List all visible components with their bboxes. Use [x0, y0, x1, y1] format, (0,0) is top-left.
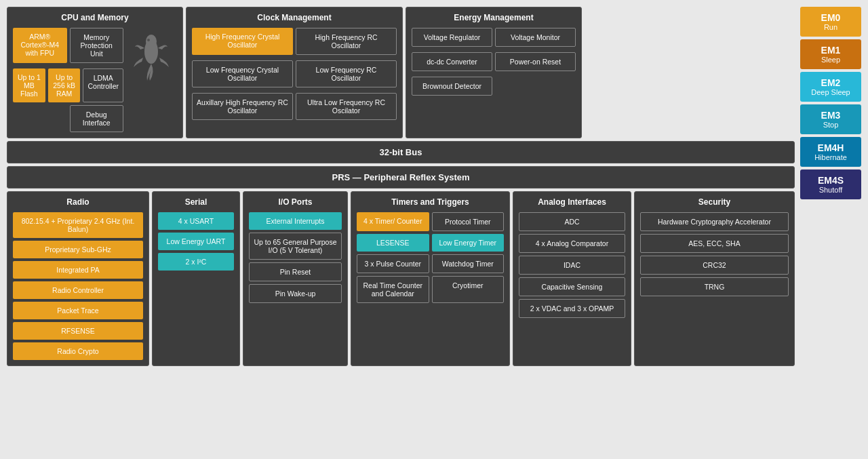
io-title: I/O Ports	[249, 197, 342, 207]
svg-point-2	[147, 39, 150, 41]
hfrco-chip: High Frequency RC Oscillator	[296, 28, 397, 55]
analog-title: Analog Interfaces	[519, 197, 625, 207]
timer-item1: 4 x Timer/ Counter	[357, 212, 429, 231]
top-row: CPU and Memory ARM® Cortex®-M4 with FPU …	[7, 7, 795, 138]
io-item4: Pin Wake-up	[249, 284, 342, 303]
bus-label: 32-bit Bus	[380, 147, 422, 157]
cpu-title: CPU and Memory	[13, 13, 177, 22]
timer-item2: Protocol Timer	[432, 212, 505, 231]
em0-label: EM0	[804, 12, 857, 23]
io-item3: Pin Reset	[249, 262, 342, 281]
bod-chip: Brownout Detector	[412, 77, 492, 96]
radio-item7: Radio Crypto	[13, 342, 143, 360]
timer-item5: 3 x Pulse Counter	[357, 254, 429, 273]
cpu-section: CPU and Memory ARM® Cortex®-M4 with FPU …	[7, 7, 183, 138]
timer-item7: Real Time Counter and Calendar	[357, 276, 429, 303]
security-item1: Hardware Cryptography Accelerator	[640, 212, 789, 231]
em4s-sublabel: Shutoff	[804, 186, 857, 194]
em3-label: EM3	[804, 110, 857, 121]
timers-section: Timers and Triggers 4 x Timer/ Counter P…	[351, 191, 510, 366]
em1-sublabel: Sleep	[804, 56, 857, 64]
em4s-badge[interactable]: EM4S Shutoff	[800, 169, 861, 199]
dcdc-chip: dc-dc Converter	[412, 52, 492, 71]
gecko-logo	[126, 28, 177, 82]
arm-chip: ARM® Cortex®-M4 with FPU	[13, 28, 67, 63]
radio-item2: Proprietary Sub-GHz	[13, 241, 143, 258]
serial-section: Serial 4 x USART Low Energy UART 2 x I²C	[152, 191, 240, 366]
em2-label: EM2	[804, 77, 857, 88]
debug-chip: Debug Interface	[70, 105, 124, 132]
security-title: Security	[640, 197, 789, 207]
em4h-badge[interactable]: EM4H Hibernate	[800, 137, 861, 167]
vreg-chip: Voltage Regulator	[412, 28, 492, 47]
em3-sublabel: Stop	[804, 121, 857, 129]
ulfrco-chip: Ultra Low Frequency RC Oscilator	[296, 93, 397, 120]
radio-section: Radio 802.15.4 + Proprietary 2.4 GHz (In…	[7, 191, 149, 366]
io-section: I/O Ports External Interrupts Up to 65 G…	[243, 191, 348, 366]
em4h-label: EM4H	[804, 142, 857, 153]
analog-item3: IDAC	[519, 256, 625, 275]
prs-row: PRS — Peripheral Reflex System	[7, 166, 795, 188]
io-item1: External Interrupts	[249, 212, 342, 230]
em0-badge[interactable]: EM0 Run	[800, 7, 861, 37]
auxhfrco-chip: Auxillary High Frequency RC Oscillator	[192, 93, 293, 120]
radio-title: Radio	[13, 197, 143, 207]
ldma-chip: LDMA Controller	[83, 68, 123, 102]
serial-title: Serial	[158, 197, 234, 207]
em2-sublabel: Deep Sleep	[804, 88, 857, 96]
ram-chip: Up to 256 kB RAM	[48, 68, 81, 102]
radio-item4: Radio Controller	[13, 281, 143, 299]
em1-badge[interactable]: EM1 Sleep	[800, 39, 861, 69]
io-item2: Up to 65 General Purpose I/O (5 V Tolera…	[249, 233, 342, 260]
timer-item3: LESENSE	[357, 234, 429, 252]
analog-section: Analog Interfaces ADC 4 x Analog Compara…	[513, 191, 631, 366]
em1-label: EM1	[804, 45, 857, 56]
hfxo-chip: High Frequency Crystal Oscillator	[192, 28, 293, 55]
energy-section: Energy Management Voltage Regulator Volt…	[406, 7, 582, 138]
sidebar: EM0 Run EM1 Sleep EM2 Deep Sleep EM3 Sto…	[800, 7, 861, 199]
gecko-icon	[130, 28, 174, 82]
timer-item4: Low Energy Timer	[432, 234, 505, 252]
analog-item4: Capacitive Sensing	[519, 277, 625, 296]
timers-title: Timers and Triggers	[357, 197, 504, 207]
bus-row: 32-bit Bus	[7, 141, 795, 163]
timer-item8: Cryotimer	[432, 276, 505, 303]
clock-section: Clock Management High Frequency Crystal …	[186, 7, 403, 138]
bottom-row: Radio 802.15.4 + Proprietary 2.4 GHz (In…	[7, 191, 795, 366]
security-section: Security Hardware Cryptography Accelerat…	[634, 191, 795, 366]
radio-item6: RFSENSE	[13, 322, 143, 340]
lfxo-chip: Low Frequency Crystal Oscillator	[192, 60, 293, 87]
em0-sublabel: Run	[804, 23, 857, 31]
por-chip: Power-on Reset	[495, 52, 576, 71]
radio-item5: Packet Trace	[13, 302, 143, 319]
radio-item1: 802.15.4 + Proprietary 2.4 GHz (Int. Bal…	[13, 212, 143, 238]
analog-item2: 4 x Analog Comparator	[519, 234, 625, 253]
em3-badge[interactable]: EM3 Stop	[800, 104, 861, 134]
vmon-chip: Voltage Monitor	[495, 28, 576, 47]
security-item4: TRNG	[640, 277, 789, 296]
timer-item6: Watchdog Timer	[432, 254, 505, 273]
svg-point-1	[146, 35, 157, 48]
clock-title: Clock Management	[192, 13, 397, 22]
main-content: CPU and Memory ARM® Cortex®-M4 with FPU …	[7, 7, 795, 366]
lfrco-chip: Low Frequency RC Oscillator	[296, 60, 397, 87]
energy-title: Energy Management	[412, 13, 576, 22]
security-item3: CRC32	[640, 256, 789, 275]
analog-item1: ADC	[519, 212, 625, 231]
serial-item2: Low Energy UART	[158, 233, 234, 250]
flash-chip: Up to 1 MB Flash	[13, 68, 45, 102]
prs-label: PRS — Peripheral Reflex System	[332, 172, 469, 182]
em4h-sublabel: Hibernate	[804, 153, 857, 161]
em2-badge[interactable]: EM2 Deep Sleep	[800, 72, 861, 102]
analog-item5: 2 x VDAC and 3 x OPAMP	[519, 299, 625, 318]
radio-item3: Integrated PA	[13, 261, 143, 279]
security-item2: AES, ECC, SHA	[640, 234, 789, 253]
serial-item1: 4 x USART	[158, 212, 234, 230]
mpu-chip: Memory Protection Unit	[70, 28, 124, 63]
em4s-label: EM4S	[804, 175, 857, 186]
serial-item3: 2 x I²C	[158, 253, 234, 271]
